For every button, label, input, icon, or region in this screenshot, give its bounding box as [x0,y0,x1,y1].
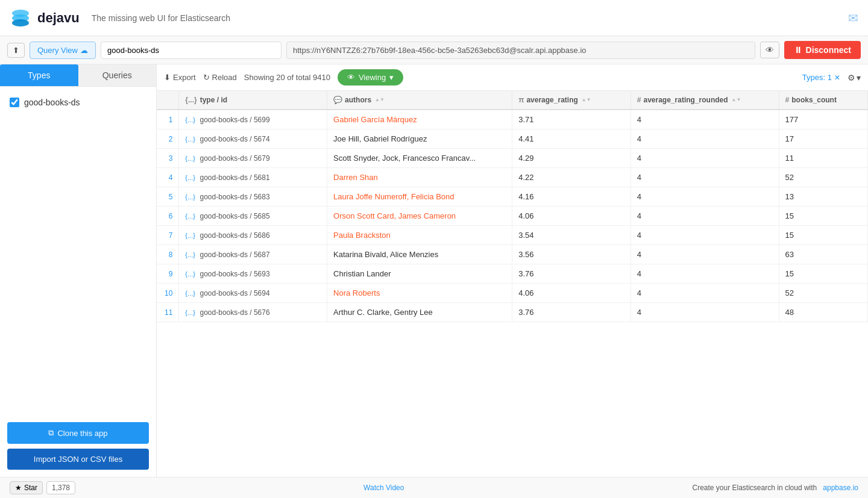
chevron-settings-icon: ▾ [857,73,861,82]
settings-button[interactable]: ⚙ ▾ [848,73,861,82]
json-indicator[interactable]: {...} [185,213,195,220]
cell-type-id-value: good-books-ds / 5679 [200,154,270,163]
table-row: 7 {...} good-books-ds / 5686 Paula Brack… [157,226,868,245]
star-icon: ★ [15,484,22,492]
json-indicator[interactable]: {...} [185,309,195,316]
share-button[interactable]: ⬆ [7,43,25,58]
cell-avg-rounded: 4 [631,245,779,264]
appbase-link[interactable]: appbase.io [823,484,858,492]
cell-rownum: 7 [157,226,179,245]
cell-avg-rounded: 4 [631,187,779,207]
cell-authors: Orson Scott Card, James Cameron [327,207,512,226]
export-button[interactable]: ⬇ Export [164,73,196,82]
json-indicator[interactable]: {...} [185,270,195,278]
sidebar-footer: ⧉ Clone this app Import JSON or CSV file… [0,415,156,477]
cell-avg-rounded: 4 [631,110,779,129]
types-close-icon[interactable]: ✕ [834,73,840,82]
table-body: 1 {...} good-books-ds / 5699 Gabriel Gar… [157,110,868,322]
query-view-button[interactable]: Query View ☁ [30,42,96,59]
table-row: 8 {...} good-books-ds / 5687 Katarina Bi… [157,245,868,264]
disconnect-label: Disconnect [806,45,851,55]
cell-authors: Gabriel García Márquez [327,110,512,129]
cell-books-count: 52 [779,168,867,187]
cell-books-count: 15 [779,207,867,226]
logo-icon [10,7,31,29]
cell-authors: Katarina Bivald, Alice Menzies [327,245,512,264]
url-input[interactable] [286,42,755,59]
cell-rownum: 8 [157,245,179,264]
table-header-row: {...} type / id 💬 authors ▲▼ [157,91,868,110]
col-label-type-id: type / id [200,96,227,104]
table-row: 2 {...} good-books-ds / 5674 Joe Hill, G… [157,129,868,149]
chevron-down-icon: ▾ [389,73,394,82]
json-indicator[interactable]: {...} [185,116,195,123]
table-row: 3 {...} good-books-ds / 5679 Scott Snyde… [157,149,868,168]
visibility-button[interactable]: 👁 [760,42,779,58]
cell-rownum: 6 [157,207,179,226]
json-indicator[interactable]: {...} [185,135,195,143]
cell-avg-rating: 3.56 [512,245,631,264]
viewing-label: Viewing [359,73,386,82]
cell-authors: Joe Hill, Gabriel Rodríguez [327,129,512,149]
json-indicator[interactable]: {...} [185,174,195,181]
json-indicator[interactable]: {...} [185,155,195,162]
app-name: dejavu [37,10,80,26]
chat-col-icon: 💬 [333,96,342,104]
cell-avg-rounded: 4 [631,284,779,303]
export-label: Export [173,73,196,82]
cell-avg-rounded: 4 [631,303,779,322]
sort-icons-authors[interactable]: ▲▼ [375,98,385,102]
star-button[interactable]: ★ Star [10,481,43,494]
col-header-books-count: # books_count [779,91,867,110]
gear-icon: ⚙ [848,73,855,82]
sort-icons-avg-rating[interactable]: ▲▼ [582,98,591,102]
cell-avg-rounded: 4 [631,207,779,226]
content-area: ⬇ Export ↻ Reload Showing 20 of total 94… [157,64,868,477]
table-row: 1 {...} good-books-ds / 5699 Gabriel Gar… [157,110,868,129]
table-row: 10 {...} good-books-ds / 5694 Nora Rober… [157,284,868,303]
json-col-icon: {...} [185,96,197,104]
import-button[interactable]: Import JSON or CSV files [7,449,149,470]
cell-avg-rating: 3.54 [512,226,631,245]
cell-authors: Paula Brackston [327,226,512,245]
mail-icon[interactable]: ✉ [848,11,858,25]
col-header-rownum [157,91,179,110]
table-row: 6 {...} good-books-ds / 5685 Orson Scott… [157,207,868,226]
json-indicator[interactable]: {...} [185,251,195,258]
cell-avg-rounded: 4 [631,129,779,149]
sort-icons-avg-rounded[interactable]: ▲▼ [732,98,741,102]
watch-video-link[interactable]: Watch Video [363,484,404,492]
cell-rownum: 10 [157,284,179,303]
cell-rownum: 1 [157,110,179,129]
tab-types[interactable]: Types [0,64,78,86]
cell-type-id-value: good-books-ds / 5699 [200,116,270,124]
col-header-type-id: {...} type / id [179,91,327,110]
viewing-button[interactable]: 👁 Viewing ▾ [338,69,403,86]
type-checkbox[interactable] [10,98,19,107]
cell-type-id-value: good-books-ds / 5674 [200,135,270,143]
cell-type-id: {...} good-books-ds / 5681 [179,168,327,187]
cell-type-id: {...} good-books-ds / 5693 [179,264,327,284]
disconnect-button[interactable]: ⏸ Disconnect [784,41,861,59]
cell-rownum: 9 [157,264,179,284]
cell-books-count: 15 [779,264,867,284]
star-count: 1,378 [46,481,75,494]
json-indicator[interactable]: {...} [185,290,195,297]
json-indicator[interactable]: {...} [185,193,195,201]
reload-button[interactable]: ↻ Reload [203,73,237,82]
json-indicator[interactable]: {...} [185,232,195,239]
type-label: good-books-ds [24,98,80,107]
main-layout: Types Queries good-books-ds ⧉ Clone this… [0,64,868,477]
cell-type-id: {...} good-books-ds / 5687 [179,245,327,264]
clone-button[interactable]: ⧉ Clone this app [7,422,149,444]
cell-books-count: 17 [779,129,867,149]
hash-col-icon-1: # [637,96,641,104]
star-label: Star [24,484,37,492]
col-label-books-count: books_count [791,96,837,104]
cell-type-id-value: good-books-ds / 5681 [200,173,270,182]
tab-queries[interactable]: Queries [78,64,157,86]
cell-books-count: 15 [779,226,867,245]
cell-avg-rating: 4.22 [512,168,631,187]
index-input[interactable] [101,42,281,59]
cell-type-id-value: good-books-ds / 5694 [200,289,270,297]
